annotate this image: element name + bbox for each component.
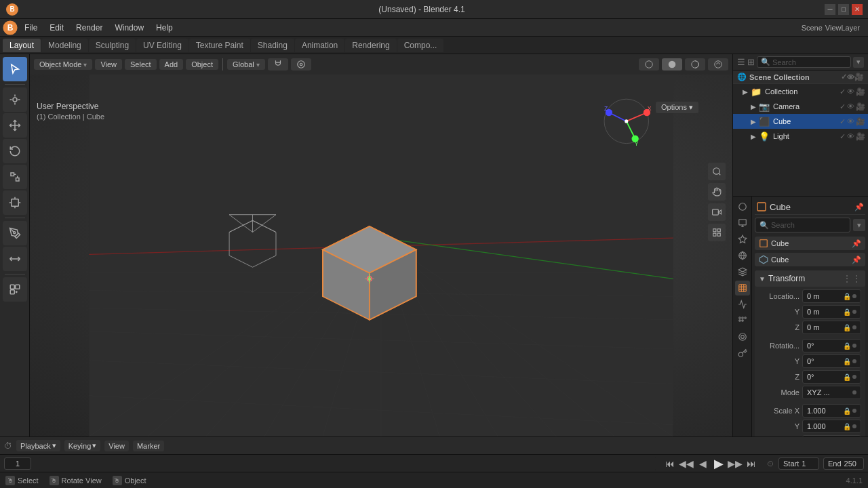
tool-select[interactable] xyxy=(3,57,27,81)
step-forward-button[interactable]: ▶▶ xyxy=(729,458,741,470)
viewport-search-button[interactable] xyxy=(708,163,726,180)
menu-render[interactable]: Render xyxy=(71,22,108,34)
light-check-icon[interactable]: ✓ xyxy=(840,132,846,141)
location-z-field[interactable]: 0 m 🔒 xyxy=(802,321,861,334)
shading-wireframe[interactable] xyxy=(639,58,659,70)
rotation-z-lock[interactable]: 🔒 xyxy=(843,373,851,381)
menu-edit[interactable]: Edit xyxy=(44,22,69,34)
outliner-item-cube[interactable]: ▶ ⬛ Cube ✓ 👁 🎥 xyxy=(733,114,868,129)
scale-x-field[interactable]: 1.000 🔒 xyxy=(802,404,861,418)
prop-cube-selector[interactable]: Cube 📌 xyxy=(755,237,865,250)
timeline-icon[interactable]: ⏱ xyxy=(4,441,12,451)
end-field[interactable]: End 250 xyxy=(823,458,864,470)
scale-y-lock[interactable]: 🔒 xyxy=(843,423,851,430)
tab-texture-paint[interactable]: Texture Paint xyxy=(189,39,250,52)
step-back-button[interactable]: ◀ xyxy=(696,458,709,470)
scale-x-dot[interactable] xyxy=(852,409,856,413)
rotation-mode-field[interactable]: XYZ ... xyxy=(802,386,861,399)
cam-eye-icon[interactable]: 👁 xyxy=(847,102,854,111)
jump-to-end-button[interactable]: ⏭ xyxy=(745,458,757,470)
location-z-dot[interactable] xyxy=(852,325,856,329)
col-check-icon[interactable]: ✓ xyxy=(840,87,846,96)
transform-dots[interactable]: ⋮⋮ xyxy=(842,273,861,284)
prop-icon-world[interactable] xyxy=(735,248,750,263)
cube-render-icon[interactable]: 🎥 xyxy=(856,117,865,126)
prop-icon-modifier[interactable] xyxy=(735,297,750,312)
location-z-lock[interactable]: 🔒 xyxy=(843,324,851,331)
transform-global[interactable]: Global ▾ xyxy=(227,59,265,70)
viewport-add-menu[interactable]: Add xyxy=(159,59,184,70)
tab-shading[interactable]: Shading xyxy=(251,39,294,52)
tool-transform[interactable] xyxy=(3,190,27,215)
viewport-object-menu[interactable]: Object xyxy=(186,59,218,70)
close-button[interactable]: ✕ xyxy=(852,4,863,15)
location-x-dot[interactable] xyxy=(852,294,856,298)
snap-magnet[interactable] xyxy=(268,58,288,70)
proportional-edit[interactable] xyxy=(291,58,311,70)
rotation-z-dot[interactable] xyxy=(852,375,856,379)
prop-search-input[interactable]: 🔍 Search xyxy=(755,218,850,232)
maximize-button[interactable]: □ xyxy=(838,4,849,15)
tab-modeling[interactable]: Modeling xyxy=(41,39,88,52)
tab-compositing[interactable]: Compo... xyxy=(397,39,444,52)
prop-icon-particles[interactable] xyxy=(735,313,750,328)
minimize-button[interactable]: ─ xyxy=(825,4,835,15)
tab-sculpting[interactable]: Sculpting xyxy=(89,39,136,52)
tool-cursor[interactable] xyxy=(3,87,27,112)
col-render-icon[interactable]: 🎥 xyxy=(856,87,865,96)
scene-col-check[interactable]: ✓ xyxy=(841,73,847,81)
cube-eye-icon[interactable]: 👁 xyxy=(847,117,854,126)
rotation-y-field[interactable]: 0° 🔒 xyxy=(802,354,861,368)
viewlayer-selector[interactable]: ViewLayer xyxy=(825,24,860,32)
timeline-view-menu[interactable]: View xyxy=(104,441,129,451)
location-x-field[interactable]: 0 m 🔒 xyxy=(802,289,861,303)
cam-check-icon[interactable]: ✓ xyxy=(840,102,846,111)
light-eye-icon[interactable]: 👁 xyxy=(847,132,854,141)
mode-selector[interactable]: Object Mode ▾ xyxy=(34,59,92,70)
shading-rendered[interactable] xyxy=(708,58,728,70)
tab-animation[interactable]: Animation xyxy=(295,39,344,52)
tool-scale[interactable] xyxy=(3,165,27,189)
location-y-lock[interactable]: 🔒 xyxy=(843,308,851,316)
rotation-x-field[interactable]: 0° 🔒 xyxy=(802,339,861,352)
prop-icon-render[interactable] xyxy=(735,199,750,214)
outliner-icon-filter[interactable]: ⊞ xyxy=(747,57,755,67)
keying-menu[interactable]: Keying ▾ xyxy=(64,440,101,451)
prop-cube-data-selector[interactable]: Cube 📌 xyxy=(755,253,865,266)
viewport-camera-button[interactable] xyxy=(708,203,726,221)
scene-col-camera[interactable]: 🎥 xyxy=(854,73,864,81)
cube-check-icon[interactable]: ✓ xyxy=(840,117,846,126)
viewport-canvas[interactable]: X Y Z User Perspective (1) Collection | … xyxy=(30,75,732,436)
location-y-dot[interactable] xyxy=(852,310,856,314)
shading-material[interactable] xyxy=(685,58,705,70)
prop-icon-viewlayer[interactable] xyxy=(735,264,750,279)
scale-x-lock[interactable]: 🔒 xyxy=(843,407,851,415)
prop-icon-output[interactable] xyxy=(735,216,750,230)
scene-col-eye[interactable]: 👁 xyxy=(847,73,854,81)
outliner-icon-list[interactable]: ☰ xyxy=(737,57,745,67)
prop-filter-dropdown[interactable]: ▾ xyxy=(853,219,865,231)
jump-to-start-button[interactable]: ⏮ xyxy=(664,458,676,470)
transform-section-header[interactable]: ▼ Transform ⋮⋮ xyxy=(755,270,865,287)
rotation-y-lock[interactable]: 🔒 xyxy=(843,358,851,365)
menu-window[interactable]: Window xyxy=(109,22,149,34)
prop-icon-physics[interactable] xyxy=(735,329,750,344)
prop-icon-object[interactable] xyxy=(735,281,750,296)
light-expand-arrow[interactable]: ▶ xyxy=(751,133,756,140)
cube-expand-arrow[interactable]: ▶ xyxy=(751,118,756,125)
menu-help[interactable]: Help xyxy=(151,22,178,34)
tab-layout[interactable]: Layout xyxy=(3,39,41,52)
rotation-y-dot[interactable] xyxy=(852,359,856,363)
scale-y-dot[interactable] xyxy=(852,424,856,428)
rotation-z-field[interactable]: 0° 🔒 xyxy=(802,370,861,384)
outliner-item-camera[interactable]: ▶ 📷 Camera ✓ 👁 🎥 xyxy=(733,99,868,114)
play-button[interactable]: ▶ xyxy=(713,458,725,470)
viewport-grid-button[interactable] xyxy=(708,224,726,241)
tool-measure[interactable] xyxy=(3,247,27,271)
outliner-dropdown[interactable]: ▾ xyxy=(853,57,864,68)
current-frame-display[interactable]: 1 xyxy=(4,458,31,470)
start-field[interactable]: Start 1 xyxy=(778,458,819,470)
timeline-marker-menu[interactable]: Marker xyxy=(133,441,164,451)
camera-expand-arrow[interactable]: ▶ xyxy=(751,103,756,110)
jump-back-button[interactable]: ◀◀ xyxy=(680,458,692,470)
